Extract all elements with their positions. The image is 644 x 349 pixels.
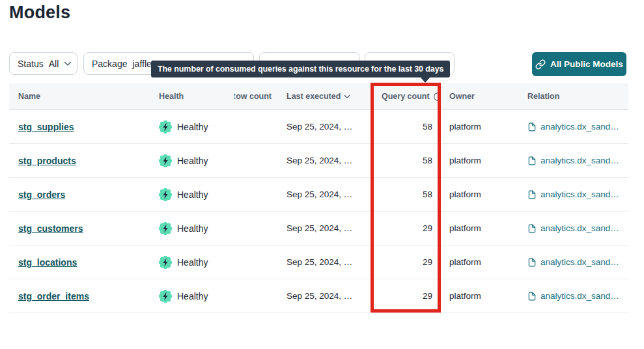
owner-cell: platform: [440, 291, 518, 301]
status-filter-dropdown[interactable]: Status All: [9, 52, 77, 75]
table-body: stg_supplies Healthy Sep 25, 2024, …: [9, 110, 628, 313]
health-cell: Healthy: [150, 154, 234, 167]
model-name-link[interactable]: stg_orders: [18, 189, 65, 200]
relation-cell: analytics.dx_sand…: [518, 223, 628, 233]
query-count-cell: 29: [376, 291, 440, 301]
column-header-owner: Owner: [440, 92, 518, 101]
column-header-name: Name: [9, 92, 150, 101]
last-executed-cell: Sep 25, 2024, …: [277, 122, 376, 132]
health-label: Healthy: [177, 189, 208, 200]
column-header-relation: Relation: [518, 92, 628, 101]
health-cell: Healthy: [150, 290, 234, 303]
last-executed-label: Last executed: [287, 92, 341, 101]
table-row: stg_products Healthy Sep 25, 2024, …: [9, 144, 628, 178]
healthy-badge-icon: [159, 154, 172, 167]
file-icon: [527, 258, 537, 267]
relation-link[interactable]: analytics.dx_sand…: [540, 189, 619, 199]
health-label: Healthy: [177, 122, 208, 132]
table-row: stg_supplies Healthy Sep 25, 2024, …: [9, 110, 628, 144]
last-executed-cell: Sep 25, 2024, …: [277, 223, 376, 233]
relation-cell: analytics.dx_sand…: [518, 156, 628, 165]
query-count-tooltip: The number of consumed queries against t…: [151, 61, 450, 77]
column-header-health: Health: [150, 92, 234, 101]
query-count-cell: 58: [376, 189, 440, 199]
column-header-query-count: Query count: [376, 92, 440, 102]
owner-cell: platform: [440, 156, 518, 165]
health-cell: Healthy: [150, 222, 234, 235]
table-row: stg_orders Healthy Sep 25, 2024, … 5: [9, 178, 628, 212]
page-title: Models: [9, 3, 70, 23]
relation-cell: analytics.dx_sand…: [518, 189, 628, 199]
status-filter-value: All: [49, 59, 59, 69]
query-count-cell: 58: [376, 122, 440, 132]
health-label: Healthy: [177, 156, 208, 166]
info-icon[interactable]: [433, 92, 440, 102]
last-executed-cell: Sep 25, 2024, …: [277, 156, 376, 165]
relation-link[interactable]: analytics.dx_sand…: [540, 291, 619, 301]
query-count-cell: 58: [376, 156, 440, 165]
model-name-cell: stg_locations: [9, 257, 150, 268]
table-row: stg_order_items Healthy Sep 25, 2024, …: [9, 279, 628, 313]
model-name-cell: stg_orders: [9, 189, 150, 200]
relation-cell: analytics.dx_sand…: [518, 122, 628, 132]
last-executed-cell: Sep 25, 2024, …: [277, 257, 376, 267]
health-label: Healthy: [177, 291, 208, 301]
relation-link[interactable]: analytics.dx_sand…: [540, 156, 619, 165]
health-label: Healthy: [177, 257, 208, 268]
owner-cell: platform: [440, 122, 518, 132]
healthy-badge-icon: [159, 188, 172, 201]
last-executed-cell: Sep 25, 2024, …: [277, 189, 376, 199]
table-row: stg_locations Healthy Sep 25, 2024, …: [9, 245, 628, 279]
healthy-badge-icon: [159, 120, 172, 133]
model-name-link[interactable]: stg_supplies: [18, 122, 74, 132]
model-name-cell: stg_supplies: [9, 122, 150, 132]
all-public-models-button[interactable]: All Public Models: [532, 52, 626, 76]
health-cell: Healthy: [150, 120, 234, 133]
query-count-label: Query count: [382, 92, 430, 101]
file-icon: [527, 122, 537, 132]
owner-cell: platform: [440, 223, 518, 233]
file-icon: [527, 224, 537, 233]
relation-cell: analytics.dx_sand…: [518, 291, 628, 301]
model-name-link[interactable]: stg_customers: [18, 223, 83, 234]
model-name-cell: stg_products: [9, 156, 150, 166]
healthy-badge-icon: [159, 222, 172, 235]
model-name-link[interactable]: stg_order_items: [18, 291, 89, 301]
sort-chevron-down-icon: [344, 94, 350, 99]
column-header-row-count: Row count: [234, 92, 277, 101]
relation-link[interactable]: analytics.dx_sand…: [540, 257, 619, 267]
status-filter-label: Status: [18, 59, 44, 69]
model-name-cell: stg_customers: [9, 223, 150, 234]
chevron-down-icon: [64, 61, 72, 66]
health-cell: Healthy: [150, 188, 234, 201]
health-cell: Healthy: [150, 256, 234, 269]
file-icon: [527, 292, 537, 301]
model-name-link[interactable]: stg_locations: [18, 257, 77, 268]
table-header-row: Name Health Row count Last executed Quer…: [9, 83, 628, 110]
relation-cell: analytics.dx_sand…: [518, 257, 628, 267]
health-label: Healthy: [177, 223, 208, 234]
healthy-badge-icon: [159, 256, 172, 269]
models-page: Models Status All Package jaffle_ All Pu…: [0, 0, 644, 349]
file-icon: [527, 190, 537, 199]
tooltip-arrow: [420, 77, 430, 83]
model-name-cell: stg_order_items: [9, 291, 150, 301]
tooltip-text: The number of consumed queries against t…: [158, 64, 443, 74]
model-name-link[interactable]: stg_products: [18, 156, 76, 166]
query-count-cell: 29: [376, 223, 440, 233]
package-filter-label: Package: [92, 59, 127, 69]
file-icon: [527, 156, 537, 165]
column-header-last-executed[interactable]: Last executed: [277, 92, 376, 101]
healthy-badge-icon: [159, 290, 172, 303]
owner-cell: platform: [440, 257, 518, 267]
link-icon: [535, 59, 546, 70]
table-row: stg_customers Healthy Sep 25, 2024, …: [9, 212, 628, 245]
last-executed-cell: Sep 25, 2024, …: [277, 291, 376, 301]
relation-link[interactable]: analytics.dx_sand…: [540, 122, 619, 132]
owner-cell: platform: [440, 189, 518, 199]
models-table: Name Health Row count Last executed Quer…: [9, 83, 628, 313]
all-public-models-label: All Public Models: [550, 59, 623, 69]
relation-link[interactable]: analytics.dx_sand…: [540, 223, 619, 233]
query-count-cell: 29: [376, 257, 440, 267]
